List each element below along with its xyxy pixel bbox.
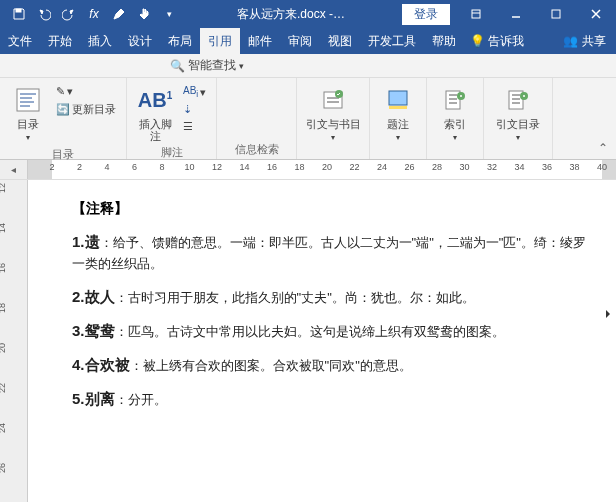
- ruler-tick: 20: [0, 338, 7, 358]
- caption-button[interactable]: 题注▾: [376, 82, 420, 146]
- touch-button[interactable]: [133, 3, 155, 25]
- caption-label: 题注: [387, 118, 409, 130]
- document-title: 客从远方来.docx -…: [180, 6, 402, 23]
- ruler-tick: 12: [0, 178, 7, 198]
- ruler-tick: 22: [0, 378, 7, 398]
- annotation-entry: 2.故人：古时习用于朋友，此指久别的"丈夫"。尚：犹也。尔：如此。: [72, 285, 586, 309]
- ruler-tick: 32: [487, 162, 497, 172]
- horizontal-ruler-row: ◂ 2246810121416182022242628303234363840: [0, 160, 616, 180]
- ribbon-options-button[interactable]: [456, 0, 496, 28]
- svg-rect-7: [389, 106, 407, 109]
- share-icon: 👥: [563, 34, 578, 48]
- window-controls: [456, 0, 616, 28]
- annotation-entry: 5.别离：分开。: [72, 387, 586, 411]
- citation-icon: [317, 84, 349, 116]
- redo-button[interactable]: [58, 3, 80, 25]
- share-button[interactable]: 👥 共享: [553, 33, 616, 50]
- svg-rect-3: [17, 89, 39, 111]
- ruler-tick: 34: [514, 162, 524, 172]
- pen-button[interactable]: [108, 3, 130, 25]
- citation-button[interactable]: 引文与书目 ▾: [303, 82, 363, 146]
- ribbon-group-toc: 目录▾ ✎▾ 🔄更新目录 目录: [0, 78, 127, 159]
- group-label-research: 信息检索: [235, 141, 279, 157]
- tab-design[interactable]: 设计: [120, 28, 160, 54]
- svg-rect-0: [16, 9, 21, 12]
- ruler-tick: 30: [459, 162, 469, 172]
- collapse-ribbon-button[interactable]: ⌃: [598, 141, 608, 155]
- ruler-tick: 28: [432, 162, 442, 172]
- tab-review[interactable]: 审阅: [280, 28, 320, 54]
- annotation-entry: 4.合欢被：被上绣有合欢的图案。合欢被取"同欢"的意思。: [72, 353, 586, 377]
- tab-view[interactable]: 视图: [320, 28, 360, 54]
- add-text-button[interactable]: ✎▾: [52, 84, 120, 99]
- index-button[interactable]: 索引▾: [433, 82, 477, 146]
- horizontal-ruler[interactable]: 2246810121416182022242628303234363840: [28, 160, 616, 179]
- ruler-tick: 18: [294, 162, 304, 172]
- menu-bar: 文件 开始 插入 设计 布局 引用 邮件 审阅 视图 开发工具 帮助 💡 告诉我…: [0, 28, 616, 54]
- document-area[interactable]: 【注释】 1.遗：给予、馈赠的意思。一端：即半匹。古人以二丈为一"端"，二端为一…: [28, 180, 616, 502]
- annotation-entry: 1.遗：给予、馈赠的意思。一端：即半匹。古人以二丈为一"端"，二端为一"匹"。绮…: [72, 230, 586, 275]
- vertical-ruler[interactable]: 1214161820222426: [0, 180, 28, 502]
- tab-developer[interactable]: 开发工具: [360, 28, 424, 54]
- ruler-tick: 18: [0, 298, 7, 318]
- quick-access-toolbar: fx ▾: [0, 3, 180, 25]
- ruler-tick: 16: [267, 162, 277, 172]
- toa-icon: [502, 84, 534, 116]
- tab-references[interactable]: 引用: [200, 28, 240, 54]
- ribbon-group-captions: 题注▾: [370, 78, 427, 159]
- caption-icon: [382, 84, 414, 116]
- index-icon: [439, 84, 471, 116]
- update-icon: 🔄: [56, 103, 70, 116]
- ruler-tick: 26: [0, 458, 7, 478]
- search-icon: 🔍: [170, 59, 185, 73]
- footnote-icon: AB1: [139, 84, 171, 116]
- save-button[interactable]: [8, 3, 30, 25]
- ribbon: 目录▾ ✎▾ 🔄更新目录 目录 AB1 插入脚注 ABi▾ ⇣ ☰ 脚注 信息检…: [0, 78, 616, 160]
- undo-button[interactable]: [33, 3, 55, 25]
- toa-button[interactable]: 引文目录▾: [490, 82, 546, 146]
- ribbon-group-toa: 引文目录▾: [484, 78, 553, 159]
- group-label-footnotes: 脚注: [161, 144, 183, 160]
- workspace: 1214161820222426 【注释】 1.遗：给予、馈赠的意思。一端：即半…: [0, 180, 616, 502]
- ribbon-group-citations: 引文与书目 ▾: [297, 78, 370, 159]
- svg-rect-1: [472, 10, 480, 18]
- ruler-tick: 36: [542, 162, 552, 172]
- index-label: 索引: [444, 118, 466, 130]
- close-button[interactable]: [576, 0, 616, 28]
- toc-button[interactable]: 目录▾: [6, 82, 50, 146]
- toc-label: 目录: [17, 118, 39, 130]
- show-notes-button[interactable]: ☰: [179, 119, 210, 134]
- annotations-heading: 【注释】: [72, 200, 586, 218]
- tell-me-label: 告诉我: [488, 33, 524, 50]
- toa-label: 引文目录: [496, 118, 540, 130]
- ruler-corner[interactable]: ◂: [0, 160, 28, 179]
- notes-icon: ☰: [183, 120, 193, 133]
- ruler-tick: 12: [212, 162, 222, 172]
- toc-icon: [12, 84, 44, 116]
- annotation-entry: 3.鸳鸯：匹鸟。古诗文中常用以比夫妇。这句是说缔上织有双鸳鸯的图案。: [72, 319, 586, 343]
- ruler-tick: 14: [239, 162, 249, 172]
- qat-more-button[interactable]: ▾: [158, 3, 180, 25]
- insert-endnote-button[interactable]: ABi▾: [179, 84, 210, 100]
- tab-help[interactable]: 帮助: [424, 28, 464, 54]
- ribbon-group-index: 索引▾: [427, 78, 484, 159]
- insert-footnote-button[interactable]: AB1 插入脚注: [133, 82, 177, 144]
- ruler-tick: 10: [184, 162, 194, 172]
- smart-lookup-button[interactable]: 🔍 智能查找 ▾: [170, 57, 244, 74]
- smart-lookup-label: 智能查找: [188, 57, 236, 74]
- add-text-icon: ✎: [56, 85, 65, 98]
- tab-mailings[interactable]: 邮件: [240, 28, 280, 54]
- fx-button[interactable]: fx: [83, 3, 105, 25]
- login-button[interactable]: 登录: [402, 4, 450, 25]
- update-toc-button[interactable]: 🔄更新目录: [52, 101, 120, 118]
- tab-layout[interactable]: 布局: [160, 28, 200, 54]
- minimize-button[interactable]: [496, 0, 536, 28]
- ruler-tick: 24: [0, 418, 7, 438]
- sub-ribbon-bar: 🔍 智能查找 ▾: [0, 54, 616, 78]
- tab-file[interactable]: 文件: [0, 28, 40, 54]
- tab-insert[interactable]: 插入: [80, 28, 120, 54]
- tab-home[interactable]: 开始: [40, 28, 80, 54]
- next-footnote-button[interactable]: ⇣: [179, 102, 210, 117]
- tell-me[interactable]: 💡 告诉我: [464, 33, 530, 50]
- maximize-button[interactable]: [536, 0, 576, 28]
